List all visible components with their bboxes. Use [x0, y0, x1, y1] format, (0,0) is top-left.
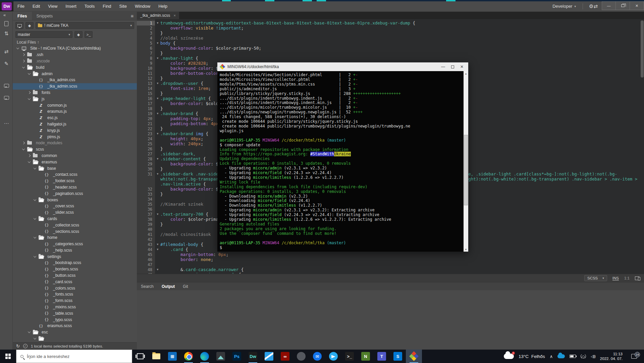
- menu-help[interactable]: Help: [154, 4, 171, 9]
- fold-arrow-icon[interactable]: ▼: [155, 112, 160, 115]
- scroll-down-icon[interactable]: ▼: [464, 247, 468, 252]
- tree-item-_footer.scss[interactable]: {}_footer.scss: [13, 178, 137, 184]
- tree-item-erasmus[interactable]: erasmus: [13, 159, 137, 165]
- taskbar-vscode[interactable]: [261, 350, 277, 363]
- sort-arrows-icon[interactable]: ⇅: [0, 31, 13, 37]
- taskbar-acrobat[interactable]: ∞: [277, 350, 293, 363]
- close-button[interactable]: ✕: [630, 1, 644, 10]
- menu-view[interactable]: View: [44, 4, 61, 9]
- more-dots-icon[interactable]: ⋯: [0, 120, 13, 126]
- taskbar-telegram[interactable]: [325, 350, 341, 363]
- tree-item-common[interactable]: common: [13, 153, 137, 159]
- fold-arrow-icon[interactable]: ▼: [155, 157, 160, 160]
- tree-item-_form.scss[interactable]: {}_form.scss: [13, 298, 137, 304]
- tree-item-fonts[interactable]: fonts: [13, 90, 137, 96]
- taskbar-chrome[interactable]: [180, 350, 197, 363]
- chevron-down-icon[interactable]: [21, 66, 26, 68]
- chevron-down-icon[interactable]: [33, 218, 37, 220]
- terminal-button[interactable]: >_: [85, 31, 93, 38]
- weather-cloud-icon[interactable]: !: [504, 354, 514, 359]
- tree-item-build[interactable]: build: [13, 64, 137, 70]
- taskbar-microsoft-store[interactable]: ⊞: [164, 350, 180, 363]
- tree-item-common.js[interactable]: Zcommon.js: [13, 102, 137, 108]
- fold-arrow-icon[interactable]: ▼: [155, 57, 160, 60]
- tree-item-_fonts.scss[interactable]: {}_fonts.scss: [13, 291, 137, 298]
- tree-item-partial[interactable]: [13, 335, 137, 342]
- tree-item-_categories.scss[interactable]: {}_categories.scss: [13, 241, 137, 247]
- tree-item-Site - ! miCore TKA (C:\docker\html\tka)[interactable]: Site - ! miCore TKA (C:\docker\html\tka): [13, 45, 137, 52]
- syntax-mode-select[interactable]: SCSS ▾: [584, 275, 607, 281]
- bottom-tab-output[interactable]: Output: [158, 284, 179, 289]
- tree-item-boxes[interactable]: boxes: [13, 197, 137, 203]
- sort-up-icon[interactable]: ↑: [37, 40, 39, 45]
- chevron-down-icon[interactable]: [33, 338, 37, 340]
- sync-status-icon[interactable]: ✓: [23, 344, 28, 348]
- chevron-down-icon[interactable]: [33, 256, 37, 258]
- edit-pencil-icon[interactable]: ✎: [0, 61, 13, 67]
- fold-arrow-icon[interactable]: ▼: [155, 243, 160, 246]
- chevron-down-icon[interactable]: [27, 331, 32, 333]
- comment-bubble-icon[interactable]: [0, 83, 13, 89]
- chevron-down-icon[interactable]: [27, 161, 32, 163]
- tray-chevron-icon[interactable]: ∧: [550, 354, 553, 359]
- scrollbar-thumb[interactable]: [464, 135, 468, 205]
- onedrive-icon[interactable]: [557, 354, 565, 358]
- tree-item-_borders.scss[interactable]: {}_borders.scss: [13, 266, 137, 272]
- site-selector[interactable]: ! miCore TKA ▾: [36, 22, 134, 29]
- menu-insert[interactable]: Insert: [61, 4, 80, 9]
- insert-mode-indicator[interactable]: INS: [612, 276, 619, 280]
- refresh-icon[interactable]: ↻: [16, 344, 20, 349]
- terminal-maximize-button[interactable]: [451, 65, 454, 68]
- chevron-down-icon[interactable]: [15, 47, 20, 49]
- tree-item-_help.scss[interactable]: {}_help.scss: [13, 247, 137, 254]
- tree-item-_button.scss[interactable]: {}_button.scss: [13, 272, 137, 279]
- chevron-right-icon[interactable]: [21, 142, 26, 144]
- tree-item-_slider.scss[interactable]: {}_slider.scss: [13, 209, 137, 216]
- tree-item-_tka_admin.scss[interactable]: {}_tka_admin.scss: [13, 83, 137, 90]
- volume-icon[interactable]: ◁))): [591, 355, 595, 358]
- chevron-right-icon[interactable]: [27, 92, 32, 94]
- taskbar-git-bash[interactable]: [406, 350, 422, 363]
- menu-edit[interactable]: Edit: [29, 4, 44, 9]
- tree-item-erasmus.js[interactable]: Zerasmus.js: [13, 108, 137, 115]
- fold-arrow-icon[interactable]: ▼: [155, 82, 160, 85]
- chevron-right-icon[interactable]: [27, 155, 32, 157]
- tree-item-_contact.scss[interactable]: {}_contact.scss: [13, 171, 137, 178]
- tree-item-_card.scss[interactable]: {}_card.scss: [13, 278, 137, 285]
- menu-find[interactable]: Find: [99, 4, 115, 9]
- close-tab-icon[interactable]: ×: [173, 13, 175, 17]
- terminal-output[interactable]: module/Microsites/View/Section/slider.ph…: [217, 71, 464, 252]
- tree-item-ptms.js[interactable]: Zptms.js: [13, 134, 137, 140]
- tree-item-_bootstrap.scss[interactable]: {}_bootstrap.scss: [13, 260, 137, 266]
- document-icon[interactable]: [0, 21, 13, 27]
- fold-arrow-icon[interactable]: ▼: [155, 248, 160, 251]
- tree-item-node_modules[interactable]: node_modules: [13, 140, 137, 146]
- fold-arrow-icon[interactable]: ▼: [155, 97, 160, 100]
- taskbar-terminal[interactable]: >_: [341, 350, 358, 363]
- bottom-tab-search[interactable]: Search: [137, 284, 158, 289]
- tree-item-_sections.scss[interactable]: {}_sections.scss: [13, 228, 137, 235]
- chevron-down-icon[interactable]: [21, 148, 26, 150]
- weather-text[interactable]: 13°C Felhős: [519, 354, 545, 359]
- chevron-down-icon[interactable]: [27, 98, 32, 100]
- tree-item-scss[interactable]: scss: [13, 146, 137, 153]
- tree-item-erasmus.scss[interactable]: {}erasmus.scss: [13, 323, 137, 329]
- comment-off-bubble-icon[interactable]: [0, 95, 13, 101]
- taskbar-clock[interactable]: 11:13 2022. 04. 07.: [600, 352, 623, 361]
- fold-arrow-icon[interactable]: ▼: [155, 132, 160, 135]
- mingw64-terminal-window[interactable]: MINGW64:/c/docker/html/tka — ✕ module/Mi…: [217, 62, 468, 252]
- tree-item-_cover.scss[interactable]: {}_cover.scss: [13, 203, 137, 209]
- fold-arrow-icon[interactable]: ▼: [155, 213, 160, 216]
- tree-item-cards[interactable]: cards: [13, 216, 137, 222]
- fold-arrow-icon[interactable]: ▼: [155, 42, 160, 45]
- tree-item-hallgatoi.js[interactable]: Zhallgatoi.js: [13, 121, 137, 127]
- tree-item-js[interactable]: js: [13, 96, 137, 102]
- tree-item-_table.scss[interactable]: {}_table.scss: [13, 310, 137, 316]
- tree-item-.ssh[interactable]: .ssh: [13, 52, 137, 58]
- tab-files[interactable]: Files: [13, 12, 32, 20]
- tree-item-_collector.scss[interactable]: {}_collector.scss: [13, 222, 137, 228]
- panel-menu-icon[interactable]: ≡: [127, 13, 137, 19]
- wifi-icon[interactable]: [581, 354, 586, 358]
- tab-tka-admin-scss[interactable]: _tka_admin.scss ×: [137, 12, 179, 19]
- taskbar-photoshop[interactable]: Ps: [229, 350, 245, 363]
